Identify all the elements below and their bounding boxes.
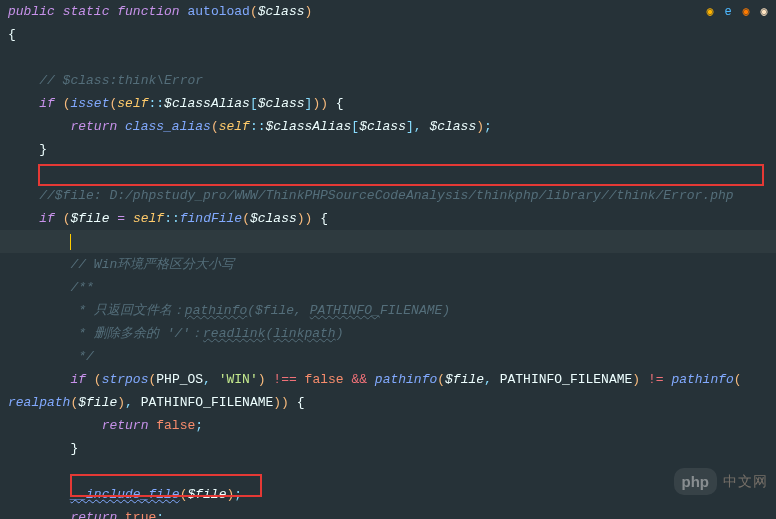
code-line-16: realpath($file), PATHINFO_FILENAME)) {	[8, 391, 776, 414]
code-line-20: __include_file($file);	[8, 483, 776, 506]
watermark-badge: php	[674, 468, 718, 495]
comment-file-path: //$file: D:/phpstudy_pro/WWW/ThinkPHPSou…	[39, 188, 733, 203]
code-line-6: }	[8, 138, 776, 161]
code-line-13: * 删除多余的 '/'：readlink(linkpath)	[8, 322, 776, 345]
code-line-11: /**	[8, 276, 776, 299]
param-class: $class	[258, 4, 305, 19]
watermark-text: 中文网	[723, 470, 768, 493]
keyword-function: function	[117, 4, 179, 19]
browser-icons-tray: ◉ e ◉ ◉	[702, 4, 772, 20]
code-line-5: return class_alias(self::$classAlias[$cl…	[8, 115, 776, 138]
code-line-2: {	[8, 23, 776, 46]
chrome-icon: ◉	[702, 4, 718, 20]
code-line-21: return true;	[8, 506, 776, 519]
code-line-7: //$file: D:/phpstudy_pro/WWW/ThinkPHPSou…	[8, 184, 776, 207]
function-name: autoload	[187, 4, 249, 19]
code-line-18: }	[8, 437, 776, 460]
code-line-blank2	[8, 161, 776, 184]
firefox-dev-icon: ◉	[756, 4, 772, 20]
firefox-icon: ◉	[738, 4, 754, 20]
code-line-1: public static function autoload($class)	[8, 0, 776, 23]
code-line-12: * 只返回文件名：pathinfo($file, PATHINFO_FILENA…	[8, 299, 776, 322]
code-line-14: */	[8, 345, 776, 368]
code-line-8: if ($file = self::findFile($class)) {	[8, 207, 776, 230]
code-line-15: if (strpos(PHP_OS, 'WIN') !== false && p…	[8, 368, 776, 391]
fn-include-file: __include_file	[70, 487, 179, 502]
code-line-10: // Win环境严格区分大小写	[8, 253, 776, 276]
comment-class-think: // $class:think\Error	[39, 73, 203, 88]
code-line-17: return false;	[8, 414, 776, 437]
keyword-public: public	[8, 4, 55, 19]
comment-win: // Win环境严格区分大小写	[70, 257, 234, 272]
code-line-blank	[8, 46, 776, 69]
edge-icon: e	[720, 4, 736, 20]
code-line-4: if (isset(self::$classAlias[$class])) {	[8, 92, 776, 115]
code-line-blank3	[8, 460, 776, 483]
text-cursor	[70, 234, 71, 250]
keyword-static: static	[63, 4, 110, 19]
watermark: php 中文网	[674, 468, 769, 495]
code-line-3: // $class:think\Error	[8, 69, 776, 92]
code-line-cursor	[0, 230, 776, 253]
